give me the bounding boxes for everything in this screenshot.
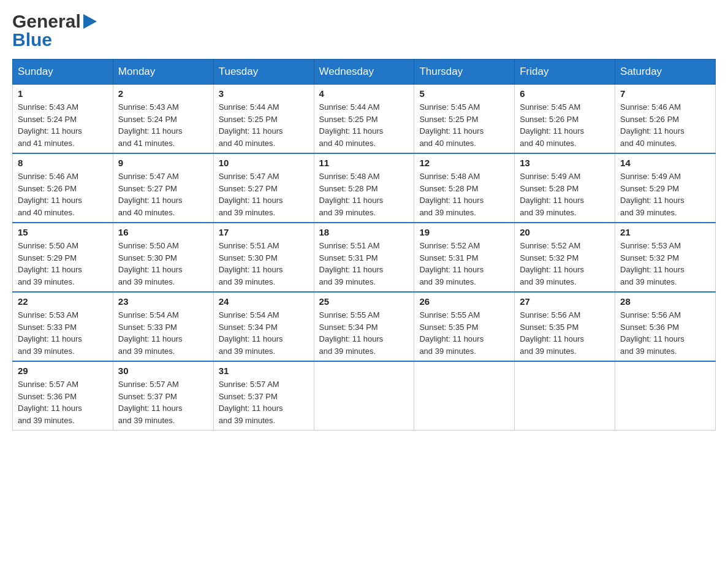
calendar-cell xyxy=(615,361,716,431)
calendar-cell: 7Sunrise: 5:46 AMSunset: 5:26 PMDaylight… xyxy=(615,85,716,154)
day-info: Sunrise: 5:54 AMSunset: 5:34 PMDaylight:… xyxy=(219,309,309,357)
calendar-cell: 30Sunrise: 5:57 AMSunset: 5:37 PMDayligh… xyxy=(113,361,213,431)
weekday-header-monday: Monday xyxy=(113,59,213,85)
weekday-header-wednesday: Wednesday xyxy=(314,59,414,85)
calendar-cell: 11Sunrise: 5:48 AMSunset: 5:28 PMDayligh… xyxy=(314,153,414,223)
calendar-cell: 19Sunrise: 5:52 AMSunset: 5:31 PMDayligh… xyxy=(414,223,515,292)
calendar-week-row: 29Sunrise: 5:57 AMSunset: 5:36 PMDayligh… xyxy=(13,361,716,431)
day-info: Sunrise: 5:53 AMSunset: 5:32 PMDaylight:… xyxy=(620,240,710,288)
day-number: 4 xyxy=(319,88,409,99)
calendar-cell: 29Sunrise: 5:57 AMSunset: 5:36 PMDayligh… xyxy=(13,361,113,431)
day-info: Sunrise: 5:48 AMSunset: 5:28 PMDaylight:… xyxy=(419,170,509,218)
day-info: Sunrise: 5:55 AMSunset: 5:35 PMDaylight:… xyxy=(419,309,509,357)
day-info: Sunrise: 5:56 AMSunset: 5:36 PMDaylight:… xyxy=(620,309,710,357)
day-info: Sunrise: 5:44 AMSunset: 5:25 PMDaylight:… xyxy=(219,101,309,149)
day-info: Sunrise: 5:57 AMSunset: 5:36 PMDaylight:… xyxy=(18,378,108,426)
day-info: Sunrise: 5:45 AMSunset: 5:25 PMDaylight:… xyxy=(419,101,509,149)
calendar-cell xyxy=(515,361,615,431)
day-info: Sunrise: 5:57 AMSunset: 5:37 PMDaylight:… xyxy=(219,378,309,426)
calendar-cell: 23Sunrise: 5:54 AMSunset: 5:33 PMDayligh… xyxy=(113,292,213,361)
day-number: 12 xyxy=(419,158,509,168)
day-info: Sunrise: 5:43 AMSunset: 5:24 PMDaylight:… xyxy=(118,101,208,149)
calendar-cell: 5Sunrise: 5:45 AMSunset: 5:25 PMDaylight… xyxy=(414,85,515,154)
day-number: 19 xyxy=(419,227,509,237)
day-number: 2 xyxy=(118,88,208,99)
calendar-cell: 22Sunrise: 5:53 AMSunset: 5:33 PMDayligh… xyxy=(13,292,113,361)
calendar-cell: 13Sunrise: 5:49 AMSunset: 5:28 PMDayligh… xyxy=(515,153,615,223)
day-info: Sunrise: 5:50 AMSunset: 5:29 PMDaylight:… xyxy=(18,240,108,288)
weekday-header-tuesday: Tuesday xyxy=(213,59,314,85)
day-info: Sunrise: 5:50 AMSunset: 5:30 PMDaylight:… xyxy=(118,240,208,288)
day-number: 17 xyxy=(219,227,309,237)
weekday-header-row: SundayMondayTuesdayWednesdayThursdayFrid… xyxy=(13,59,716,85)
day-info: Sunrise: 5:52 AMSunset: 5:31 PMDaylight:… xyxy=(419,240,509,288)
calendar-week-row: 22Sunrise: 5:53 AMSunset: 5:33 PMDayligh… xyxy=(13,292,716,361)
day-number: 6 xyxy=(520,88,610,99)
calendar-cell: 31Sunrise: 5:57 AMSunset: 5:37 PMDayligh… xyxy=(213,361,314,431)
logo-blue-text: Blue xyxy=(12,29,52,50)
day-number: 30 xyxy=(118,366,208,376)
calendar-cell: 15Sunrise: 5:50 AMSunset: 5:29 PMDayligh… xyxy=(13,223,113,292)
day-info: Sunrise: 5:55 AMSunset: 5:34 PMDaylight:… xyxy=(319,309,409,357)
day-number: 22 xyxy=(18,296,108,307)
day-info: Sunrise: 5:52 AMSunset: 5:32 PMDaylight:… xyxy=(520,240,610,288)
calendar-cell: 2Sunrise: 5:43 AMSunset: 5:24 PMDaylight… xyxy=(113,85,213,154)
day-info: Sunrise: 5:46 AMSunset: 5:26 PMDaylight:… xyxy=(18,170,108,218)
day-number: 3 xyxy=(219,88,309,99)
day-info: Sunrise: 5:53 AMSunset: 5:33 PMDaylight:… xyxy=(18,309,108,357)
day-info: Sunrise: 5:46 AMSunset: 5:26 PMDaylight:… xyxy=(620,101,710,149)
day-info: Sunrise: 5:49 AMSunset: 5:28 PMDaylight:… xyxy=(520,170,610,218)
calendar-cell: 12Sunrise: 5:48 AMSunset: 5:28 PMDayligh… xyxy=(414,153,515,223)
calendar-cell: 10Sunrise: 5:47 AMSunset: 5:27 PMDayligh… xyxy=(213,153,314,223)
logo-triangle-icon xyxy=(83,14,97,29)
calendar-cell: 8Sunrise: 5:46 AMSunset: 5:26 PMDaylight… xyxy=(13,153,113,223)
day-number: 28 xyxy=(620,296,710,307)
day-number: 13 xyxy=(520,158,610,168)
day-number: 27 xyxy=(520,296,610,307)
day-info: Sunrise: 5:44 AMSunset: 5:25 PMDaylight:… xyxy=(319,101,409,149)
day-info: Sunrise: 5:51 AMSunset: 5:31 PMDaylight:… xyxy=(319,240,409,288)
calendar-cell: 27Sunrise: 5:56 AMSunset: 5:35 PMDayligh… xyxy=(515,292,615,361)
calendar-cell: 6Sunrise: 5:45 AMSunset: 5:26 PMDaylight… xyxy=(515,85,615,154)
calendar-week-row: 15Sunrise: 5:50 AMSunset: 5:29 PMDayligh… xyxy=(13,223,716,292)
calendar-cell: 16Sunrise: 5:50 AMSunset: 5:30 PMDayligh… xyxy=(113,223,213,292)
day-number: 7 xyxy=(620,88,710,99)
calendar-cell: 14Sunrise: 5:49 AMSunset: 5:29 PMDayligh… xyxy=(615,153,716,223)
weekday-header-thursday: Thursday xyxy=(414,59,515,85)
day-number: 16 xyxy=(118,227,208,237)
calendar-cell: 24Sunrise: 5:54 AMSunset: 5:34 PMDayligh… xyxy=(213,292,314,361)
day-number: 26 xyxy=(419,296,509,307)
weekday-header-saturday: Saturday xyxy=(615,59,716,85)
day-number: 9 xyxy=(118,158,208,168)
calendar-cell: 20Sunrise: 5:52 AMSunset: 5:32 PMDayligh… xyxy=(515,223,615,292)
day-number: 8 xyxy=(18,158,108,168)
calendar-cell: 17Sunrise: 5:51 AMSunset: 5:30 PMDayligh… xyxy=(213,223,314,292)
day-info: Sunrise: 5:49 AMSunset: 5:29 PMDaylight:… xyxy=(620,170,710,218)
day-info: Sunrise: 5:54 AMSunset: 5:33 PMDaylight:… xyxy=(118,309,208,357)
day-info: Sunrise: 5:47 AMSunset: 5:27 PMDaylight:… xyxy=(118,170,208,218)
calendar-cell xyxy=(314,361,414,431)
calendar-week-row: 8Sunrise: 5:46 AMSunset: 5:26 PMDaylight… xyxy=(13,153,716,223)
calendar-table: SundayMondayTuesdayWednesdayThursdayFrid… xyxy=(12,59,716,431)
weekday-header-sunday: Sunday xyxy=(13,59,113,85)
day-number: 24 xyxy=(219,296,309,307)
day-info: Sunrise: 5:51 AMSunset: 5:30 PMDaylight:… xyxy=(219,240,309,288)
day-number: 1 xyxy=(18,88,108,99)
weekday-header-friday: Friday xyxy=(515,59,615,85)
svg-marker-0 xyxy=(83,14,97,29)
day-number: 18 xyxy=(319,227,409,237)
logo: General Blue xyxy=(12,12,97,49)
calendar-cell: 28Sunrise: 5:56 AMSunset: 5:36 PMDayligh… xyxy=(615,292,716,361)
day-info: Sunrise: 5:57 AMSunset: 5:37 PMDaylight:… xyxy=(118,378,208,426)
calendar-cell xyxy=(414,361,515,431)
day-info: Sunrise: 5:47 AMSunset: 5:27 PMDaylight:… xyxy=(219,170,309,218)
day-info: Sunrise: 5:45 AMSunset: 5:26 PMDaylight:… xyxy=(520,101,610,149)
day-number: 10 xyxy=(219,158,309,168)
day-number: 29 xyxy=(18,366,108,376)
calendar-cell: 4Sunrise: 5:44 AMSunset: 5:25 PMDaylight… xyxy=(314,85,414,154)
day-number: 11 xyxy=(319,158,409,168)
day-number: 23 xyxy=(118,296,208,307)
day-info: Sunrise: 5:56 AMSunset: 5:35 PMDaylight:… xyxy=(520,309,610,357)
day-number: 20 xyxy=(520,227,610,237)
page-header: General Blue xyxy=(12,12,716,49)
